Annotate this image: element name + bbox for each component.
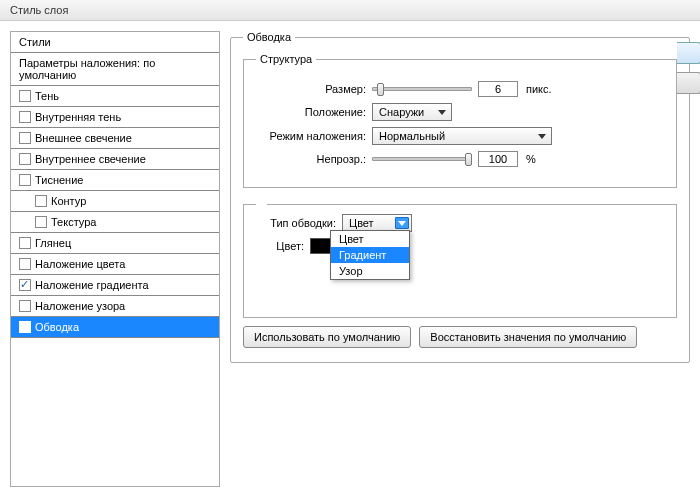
- style-checkbox[interactable]: [19, 132, 31, 144]
- color-label: Цвет:: [256, 240, 304, 252]
- style-checkbox[interactable]: [19, 279, 31, 291]
- style-checkbox[interactable]: [19, 300, 31, 312]
- style-checkbox[interactable]: [19, 237, 31, 249]
- style-checkbox[interactable]: [19, 258, 31, 270]
- chevron-down-icon: [535, 130, 549, 142]
- layer-style-dialog: Стиль слоя Стили Параметры наложения: по…: [0, 0, 700, 500]
- dialog-content: Стили Параметры наложения: по умолчанию …: [0, 21, 700, 497]
- stroke-group-legend: Обводка: [243, 31, 295, 43]
- style-item-0[interactable]: Тень: [11, 86, 219, 107]
- style-item-5[interactable]: Контур: [11, 191, 219, 212]
- filltype-group: . Тип обводки: Цвет Цвет: ЦветГрадиентУз: [243, 198, 677, 318]
- style-item-10[interactable]: Наложение узора: [11, 296, 219, 317]
- size-label: Размер:: [256, 83, 366, 95]
- style-checkbox[interactable]: [19, 321, 31, 333]
- blend-mode-label: Режим наложения:: [256, 130, 366, 142]
- opacity-unit: %: [526, 153, 536, 165]
- style-item-label: Тень: [35, 90, 59, 102]
- opacity-label: Непрозр.:: [256, 153, 366, 165]
- size-slider[interactable]: [372, 87, 472, 91]
- style-item-3[interactable]: Внутреннее свечение: [11, 149, 219, 170]
- blend-mode-row: Режим наложения: Нормальный: [256, 127, 664, 145]
- style-item-label: Обводка: [35, 321, 79, 333]
- style-item-7[interactable]: Глянец: [11, 233, 219, 254]
- styles-header[interactable]: Стили: [11, 32, 219, 53]
- stroke-group: Обводка Структура Размер: пикс. Положени…: [230, 31, 690, 363]
- filltype-option[interactable]: Цвет: [331, 231, 409, 247]
- style-item-4[interactable]: Тиснение: [11, 170, 219, 191]
- style-item-label: Наложение градиента: [35, 279, 149, 291]
- style-item-label: Внешнее свечение: [35, 132, 132, 144]
- blend-mode-value: Нормальный: [379, 130, 445, 142]
- opacity-row: Непрозр.: %: [256, 151, 664, 167]
- style-item-label: Глянец: [35, 237, 71, 249]
- style-checkbox[interactable]: [19, 90, 31, 102]
- style-item-8[interactable]: Наложение цвета: [11, 254, 219, 275]
- style-checkbox[interactable]: [35, 195, 47, 207]
- cancel-button[interactable]: [677, 72, 700, 94]
- opacity-input[interactable]: [478, 151, 518, 167]
- defaults-button-row: Использовать по умолчанию Восстановить з…: [243, 326, 677, 348]
- size-slider-thumb[interactable]: [377, 83, 384, 96]
- reset-default-button[interactable]: Восстановить значения по умолчанию: [419, 326, 637, 348]
- style-item-label: Текстура: [51, 216, 96, 228]
- blend-mode-combo[interactable]: Нормальный: [372, 127, 552, 145]
- size-unit: пикс.: [526, 83, 552, 95]
- color-row: Цвет:: [256, 238, 664, 254]
- styles-list: ТеньВнутренняя теньВнешнее свечениеВнутр…: [11, 86, 219, 338]
- position-combo[interactable]: Снаружи: [372, 103, 452, 121]
- structure-legend: Структура: [256, 53, 316, 65]
- style-item-label: Внутренняя тень: [35, 111, 121, 123]
- filltype-option[interactable]: Градиент: [331, 247, 409, 263]
- filltype-label: Тип обводки:: [256, 217, 336, 229]
- style-item-2[interactable]: Внешнее свечение: [11, 128, 219, 149]
- filltype-option[interactable]: Узор: [331, 263, 409, 279]
- structure-group: Структура Размер: пикс. Положение: Снару…: [243, 53, 677, 188]
- opacity-slider-thumb[interactable]: [465, 153, 472, 166]
- styles-header-label: Стили: [19, 36, 51, 48]
- styles-panel: Стили Параметры наложения: по умолчанию …: [10, 31, 220, 487]
- style-checkbox[interactable]: [19, 174, 31, 186]
- opacity-slider[interactable]: [372, 157, 472, 161]
- stroke-settings-panel: Обводка Структура Размер: пикс. Положени…: [230, 31, 690, 487]
- filltype-dropdown[interactable]: ЦветГрадиентУзор: [330, 230, 410, 280]
- blending-options-label: Параметры наложения: по умолчанию: [19, 57, 155, 81]
- chevron-down-icon: [395, 217, 409, 229]
- size-row: Размер: пикс.: [256, 81, 664, 97]
- title-bar: Стиль слоя: [0, 0, 700, 21]
- style-item-label: Контур: [51, 195, 86, 207]
- style-item-9[interactable]: Наложение градиента: [11, 275, 219, 296]
- position-row: Положение: Снаружи: [256, 103, 664, 121]
- style-item-11[interactable]: Обводка: [11, 317, 219, 338]
- filltype-row: Тип обводки: Цвет: [256, 214, 664, 232]
- style-checkbox[interactable]: [35, 216, 47, 228]
- style-checkbox[interactable]: [19, 111, 31, 123]
- style-item-label: Внутреннее свечение: [35, 153, 146, 165]
- chevron-down-icon: [435, 106, 449, 118]
- filltype-value: Цвет: [349, 217, 374, 229]
- position-value: Снаружи: [379, 106, 424, 118]
- style-item-label: Тиснение: [35, 174, 83, 186]
- ok-button[interactable]: [677, 42, 700, 64]
- make-default-button[interactable]: Использовать по умолчанию: [243, 326, 411, 348]
- style-item-label: Наложение цвета: [35, 258, 125, 270]
- side-buttons: [677, 42, 700, 94]
- blending-options-row[interactable]: Параметры наложения: по умолчанию: [11, 53, 219, 86]
- style-checkbox[interactable]: [19, 153, 31, 165]
- position-label: Положение:: [256, 106, 366, 118]
- size-input[interactable]: [478, 81, 518, 97]
- style-item-1[interactable]: Внутренняя тень: [11, 107, 219, 128]
- style-item-6[interactable]: Текстура: [11, 212, 219, 233]
- style-item-label: Наложение узора: [35, 300, 125, 312]
- window-title: Стиль слоя: [10, 4, 68, 16]
